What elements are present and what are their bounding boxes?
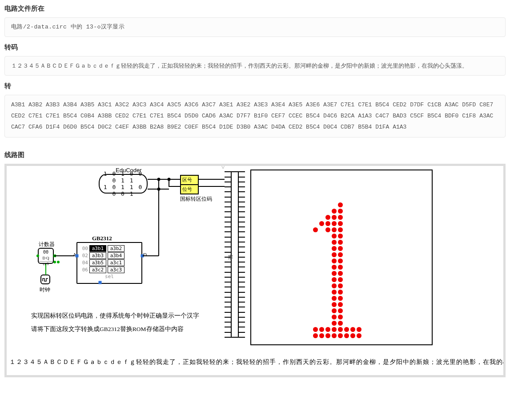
bus [225, 171, 245, 338]
clock-label: 时钟 [40, 286, 50, 294]
transcode-body: １２３４５ＡＢＣＤＥＦＧａｂｃｄｅｆｇ轻轻的我走了，正如我轻轻的来；我轻轻的招手… [4, 56, 506, 76]
hex-codes: A3B1 A3B2 A3B3 A3B4 A3B5 A3C1 A3C2 A3C3 … [4, 95, 506, 137]
section-title-transcode: 转码 [4, 43, 506, 52]
counter-label: 计数器 [39, 241, 55, 248]
display-panel [250, 170, 433, 345]
circuit-diagram: EduCoder 1 0 1 0 0 0 1 1 1 0 1 1 0 0 0 1… [4, 164, 506, 377]
rom-title: GB2312 [92, 235, 112, 242]
pin-d: D [143, 252, 147, 257]
counter-box: 00 D Q ct 0 [38, 248, 54, 264]
qw-caption: 国标转区位码 [180, 195, 212, 203]
qw-qu: 区号 [181, 176, 198, 184]
clock-box [40, 275, 50, 284]
qw-wei: 位号 [181, 184, 198, 194]
rom-box: 00a3b1a3b202a3b3a3b404a3b5a3c106a3c2a3c3… [76, 242, 142, 284]
arrow-icon: ▽ [221, 164, 225, 170]
counter-io: D Q [39, 256, 53, 261]
caption-2: 请将下面这段文字转换成GB2312替换ROM存储器中内容 [31, 325, 184, 333]
section-title-circuit: 线路图 [4, 151, 506, 159]
section-title-trans: 转 [4, 82, 506, 90]
counter-val: 00 [39, 250, 53, 255]
educoder-box: 1 0 1 0 0 0 1 1 1 0 1 1 0 0 0 1 [99, 174, 148, 194]
file-path-box: 电路/2-data.circ 中的 13-◇汉字显示 [4, 17, 506, 37]
caption-1: 实现国标转区位码电路，使得系统每个时钟正确显示一个汉字 [31, 312, 199, 320]
educoder-bits2: 1 0 1 1 0 0 0 1 [100, 184, 147, 197]
footer-text: １２３４５ＡＢＣＤＥＦＧａｂｃｄｅｆｇ轻轻的我走了，正如我轻轻的来；我轻轻的招手… [9, 358, 506, 366]
educoder-bits1: 1 0 1 0 0 0 1 1 [100, 170, 147, 184]
section-title-file: 电路文件所在 [4, 4, 506, 13]
